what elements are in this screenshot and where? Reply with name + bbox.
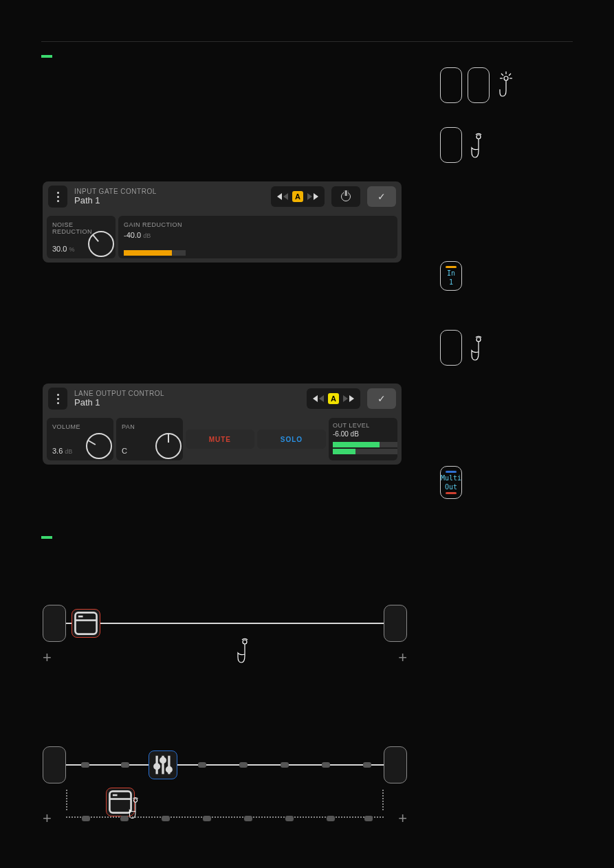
nav-group[interactable]: A bbox=[271, 186, 325, 207]
tap-icon bbox=[468, 330, 490, 366]
lane-end-node[interactable] bbox=[384, 605, 407, 642]
volume-knob[interactable] bbox=[86, 433, 112, 459]
volume-value: 3.6 dB bbox=[52, 447, 72, 455]
power-icon bbox=[341, 192, 351, 201]
out-level-label: OUT LEVEL bbox=[333, 422, 393, 429]
power-button[interactable] bbox=[331, 186, 360, 207]
prev-shadow-icon bbox=[319, 395, 324, 402]
lane-start-node-2[interactable] bbox=[43, 746, 66, 783]
noise-reduction-value: 30.0 % bbox=[52, 245, 75, 253]
pan-knob[interactable] bbox=[155, 433, 182, 459]
svg-point-7 bbox=[476, 337, 481, 342]
check-icon bbox=[377, 393, 386, 404]
nav-group[interactable]: A bbox=[307, 388, 360, 409]
svg-line-3 bbox=[509, 74, 511, 76]
lane-line bbox=[100, 623, 384, 624]
panel-label: INPUT GATE CONTROL bbox=[74, 188, 264, 195]
next-icon bbox=[349, 395, 354, 402]
svg-point-15 bbox=[155, 764, 160, 769]
lane-module-red[interactable] bbox=[72, 609, 100, 638]
svg-point-0 bbox=[504, 76, 508, 80]
add-right-button[interactable]: + bbox=[398, 649, 407, 667]
lane-dotted-line bbox=[66, 816, 384, 818]
section-marker-2 bbox=[41, 536, 52, 539]
panel-label: LANE OUTPUT CONTROL bbox=[74, 390, 300, 397]
prev-icon bbox=[277, 193, 282, 200]
next-shadow-icon bbox=[343, 395, 348, 402]
svg-point-11 bbox=[243, 640, 247, 644]
confirm-button[interactable] bbox=[367, 186, 396, 207]
tap-burst-icon bbox=[495, 67, 517, 103]
next-icon bbox=[314, 193, 318, 200]
panel-path: Path 1 bbox=[74, 397, 300, 408]
next-shadow-icon bbox=[307, 193, 312, 200]
confirm-button[interactable] bbox=[367, 388, 396, 409]
gain-reduction-value: -40.0 dB bbox=[124, 231, 392, 239]
slot-button-4[interactable] bbox=[440, 330, 462, 366]
multi-out-badge[interactable]: Multi Out bbox=[440, 466, 462, 499]
lane-segment-right bbox=[177, 764, 384, 766]
lane-output-panel: LANE OUTPUT CONTROL Path 1 A VOLUME 3.6 … bbox=[43, 383, 402, 465]
slot-button-1[interactable] bbox=[440, 67, 462, 103]
a-button[interactable]: A bbox=[328, 393, 339, 404]
lane-module-blue[interactable] bbox=[149, 750, 177, 779]
section-marker bbox=[41, 55, 52, 58]
noise-reduction-knob[interactable] bbox=[88, 231, 114, 257]
out-level-value: -6.00 dB bbox=[333, 430, 393, 438]
lane-segment bbox=[66, 764, 149, 766]
prev-icon bbox=[313, 395, 318, 402]
check-icon bbox=[377, 191, 386, 202]
lane-start-node[interactable] bbox=[43, 605, 66, 642]
add-left-button[interactable]: + bbox=[43, 649, 52, 667]
in-badge[interactable]: In 1 bbox=[440, 261, 462, 291]
menu-dots-button[interactable] bbox=[48, 388, 67, 410]
tap-icon bbox=[234, 632, 256, 668]
add-left-button-2[interactable]: + bbox=[43, 810, 52, 827]
prev-shadow-icon bbox=[283, 193, 288, 200]
svg-point-16 bbox=[161, 758, 166, 763]
add-right-button-2[interactable]: + bbox=[398, 810, 407, 827]
gain-reduction-meter bbox=[124, 250, 186, 256]
svg-line-2 bbox=[501, 74, 503, 76]
gain-reduction-label: GAIN REDUCTION bbox=[124, 221, 392, 228]
tap-icon bbox=[468, 127, 490, 163]
slot-button-2[interactable] bbox=[468, 67, 490, 103]
svg-point-6 bbox=[476, 135, 481, 139]
svg-point-21 bbox=[133, 799, 137, 802]
pan-label: PAN bbox=[122, 423, 177, 430]
menu-dots-button[interactable] bbox=[48, 186, 67, 208]
slot-button-3[interactable] bbox=[440, 127, 462, 163]
panel-path: Path 1 bbox=[74, 195, 264, 205]
solo-button[interactable]: SOLO bbox=[257, 430, 326, 449]
out-level-meters bbox=[333, 442, 393, 454]
pan-value: C bbox=[122, 447, 127, 455]
svg-point-17 bbox=[167, 767, 172, 772]
volume-label: VOLUME bbox=[52, 423, 108, 430]
tap-icon bbox=[127, 796, 144, 819]
mute-button[interactable]: MUTE bbox=[186, 430, 254, 449]
lane-end-node-2[interactable] bbox=[384, 746, 407, 783]
input-gate-panel: INPUT GATE CONTROL Path 1 A NOISE REDUCT… bbox=[43, 181, 402, 263]
a-button[interactable]: A bbox=[292, 191, 303, 202]
